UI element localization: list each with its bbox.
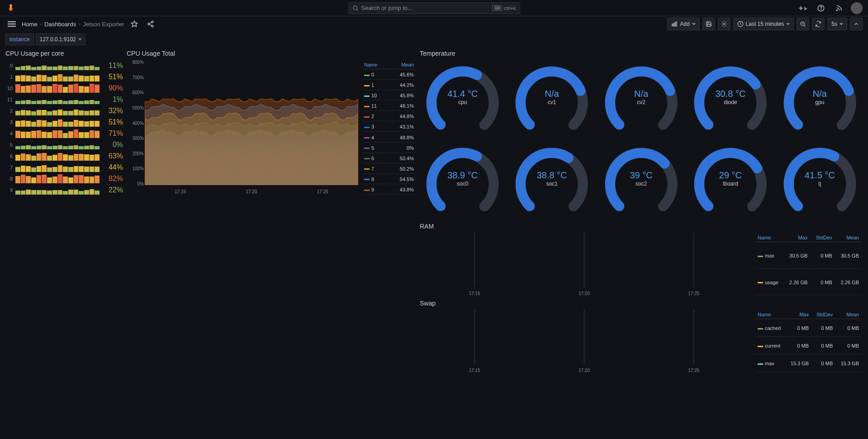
breadcrumb-home[interactable]: Home [22,21,38,28]
svg-marker-10 [131,21,137,27]
gauge-diode: 30.8 °Cdiode [688,60,773,138]
zoom-out-icon[interactable] [797,18,809,30]
add-button[interactable]: Add [667,18,699,30]
table-row[interactable]: current0 MB0 MB0 MB [755,338,862,354]
gauge-value: 39 °C [630,170,652,181]
svg-point-13 [152,25,153,27]
gauge-tboard: 29 °Ctboard [688,141,773,219]
core-bars [15,72,100,81]
legend-row[interactable]: 1045.8% [363,91,415,100]
news-icon[interactable] [833,2,845,14]
gauge-soc0: 38.9 °Csoc0 [420,141,505,219]
save-button[interactable] [702,18,715,30]
core-bars [15,174,100,183]
search-shortcut: ctrl+k [504,5,516,11]
core-pct: 11% [102,62,123,70]
svg-point-12 [148,23,150,25]
variable-value-dropdown[interactable]: 127.0.0.1:9102 [36,33,85,45]
y-tick: 800% [126,60,144,65]
gauge-value: N/a [545,89,559,99]
core-label: 4 [5,131,13,136]
core-pct: 1% [102,95,123,104]
core-bars [15,118,100,127]
help-icon[interactable] [815,2,827,14]
time-range-picker[interactable]: Last 15 minutes [733,18,794,30]
table-row[interactable]: usage2.26 GB0 MB2.26 GB [755,270,862,296]
swap-header-mean[interactable]: Mean [836,310,862,319]
swap-header-max[interactable]: Max [787,310,812,319]
legend-row[interactable]: 1148.1% [363,101,415,111]
svg-line-1 [356,9,358,10]
ram-header-mean[interactable]: Mean [836,234,862,242]
table-row[interactable]: cached0 MB0 MB0 MB [755,320,862,337]
gauge-value: 29 °C [719,170,742,181]
ram-header-stddev[interactable]: StdDev [811,234,835,242]
swap-header-stddev[interactable]: StdDev [812,310,835,319]
legend-row[interactable]: 943.8% [363,185,415,195]
swap-chart [420,310,749,364]
core-label: 10 [5,86,13,91]
ram-header-name[interactable]: Name [755,234,783,242]
panel-title-swap[interactable]: Swap [420,300,863,307]
refresh-interval-picker[interactable]: 5s [827,18,847,30]
legend-row[interactable]: 854.5% [363,175,415,184]
chevron-down-icon [692,22,696,26]
share-icon[interactable] [144,18,157,30]
create-button[interactable] [797,2,809,14]
legend-header-name[interactable]: Name [363,61,388,69]
core-bars [15,140,100,149]
legend-header-mean[interactable]: Mean [389,61,415,69]
table-row[interactable]: max30.5 GB0 MB30.5 GB [755,243,862,269]
core-row: 011% [5,60,123,71]
settings-icon[interactable] [718,18,730,30]
chevron-down-icon [786,22,790,26]
legend-row[interactable]: 343.1% [363,122,415,132]
star-icon[interactable] [128,18,141,30]
search-input[interactable]: Search or jump to... ⌨ ctrl+k [348,2,520,14]
legend-row[interactable]: 750.2% [363,164,415,174]
breadcrumb-dashboards[interactable]: Dashboards [44,21,76,28]
swap-header-name[interactable]: Name [755,310,786,319]
panel-title-ram[interactable]: RAM [420,223,863,230]
chevron-right-icon: › [40,22,42,27]
core-row: 151% [5,71,123,82]
core-label: 3 [5,119,13,125]
panel-title-cpu-total[interactable]: CPU Usage Total [127,50,416,57]
core-pct: 82% [102,175,123,183]
gauge-label: tj [818,181,821,187]
refresh-icon[interactable] [812,18,825,30]
y-tick: 700% [126,75,144,80]
gauge-soc2: 39 °Csoc2 [598,141,684,219]
panel-add-icon [671,21,678,27]
core-bars [15,106,100,115]
core-bars [15,186,100,195]
legend-row[interactable]: 50% [363,143,415,153]
panel-title-cpu-per-core[interactable]: CPU Usage per core [5,50,123,57]
x-tick: 17:20 [579,368,590,373]
breadcrumb-current: Jetson Exporter [83,21,124,28]
core-pct: 63% [102,152,123,160]
legend-row[interactable]: 045.6% [363,70,415,80]
legend-row[interactable]: 144.2% [363,81,415,90]
core-pct: 51% [102,118,123,126]
svg-point-5 [821,10,821,10]
x-tick: 17:25 [688,368,699,373]
panel-title-temperature[interactable]: Temperature [420,50,863,57]
core-label: 11 [5,97,13,102]
table-row[interactable]: max15.3 GB0 MB15.3 GB [755,355,862,372]
y-tick: 300% [126,136,144,141]
dock-menu-icon[interactable] [5,18,18,30]
legend-row[interactable]: 448.8% [363,133,415,142]
avatar[interactable] [851,2,863,14]
gauge-label: cv1 [548,99,556,105]
gauge-label: cv2 [637,99,645,105]
legend-row[interactable]: 650.4% [363,154,415,163]
legend-row[interactable]: 244.8% [363,112,415,121]
gauge-value: 30.8 °C [715,89,745,99]
collapse-icon[interactable] [850,18,863,30]
gauge-gpu: N/agpu [777,60,863,138]
ram-header-max[interactable]: Max [784,234,810,242]
gauge-label: tboard [723,181,738,187]
grafana-logo[interactable] [5,3,16,14]
core-pct: 32% [102,107,123,115]
